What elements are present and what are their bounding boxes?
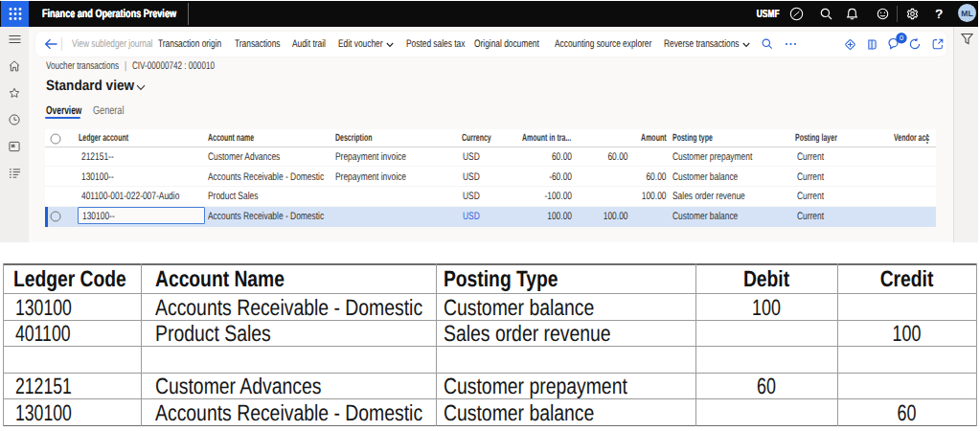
svg-text:0: 0 (900, 34, 903, 42)
